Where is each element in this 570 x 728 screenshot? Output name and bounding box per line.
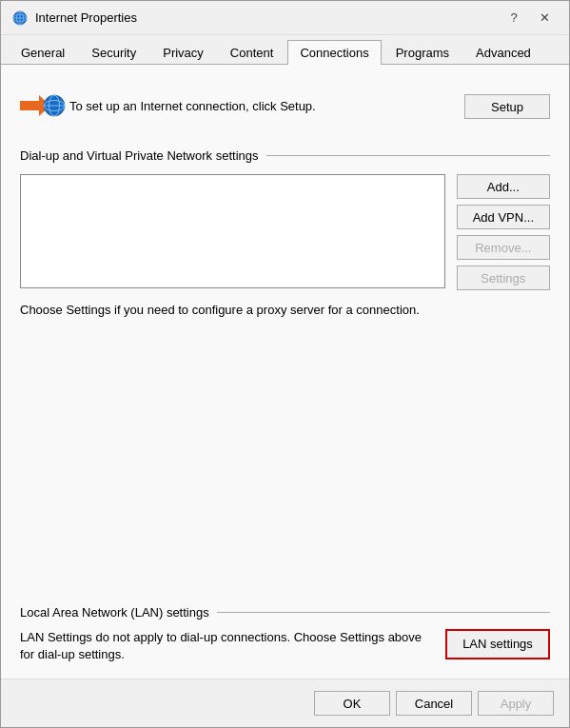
tab-advanced[interactable]: Advanced (463, 40, 543, 65)
tab-programs[interactable]: Programs (383, 40, 462, 65)
lan-description: LAN Settings do not apply to dial-up con… (20, 629, 434, 663)
dial-up-buttons: Add... Add VPN... Remove... Settings (457, 174, 550, 290)
lan-header: Local Area Network (LAN) settings (20, 605, 550, 620)
lan-settings-button[interactable]: LAN settings (445, 629, 550, 659)
dial-up-header: Dial-up and Virtual Private Network sett… (20, 148, 550, 163)
close-button[interactable]: ✕ (531, 8, 558, 29)
app-icon (12, 10, 28, 26)
add-vpn-button[interactable]: Add VPN... (457, 205, 550, 229)
remove-button[interactable]: Remove... (457, 235, 550, 260)
spacer (20, 330, 550, 581)
title-bar-controls: ? ✕ (501, 8, 558, 29)
settings-button[interactable]: Settings (457, 266, 550, 290)
title-bar-left: Internet Properties (12, 10, 137, 26)
setup-icon-area (20, 88, 58, 126)
window-title: Internet Properties (35, 10, 137, 25)
footer: OK Cancel Apply (1, 679, 569, 727)
dial-up-header-text: Dial-up and Virtual Private Network sett… (20, 148, 259, 163)
setup-icon (20, 88, 66, 124)
main-content: To set up an Internet connection, click … (1, 65, 569, 679)
tab-bar: General Security Privacy Content Connect… (1, 35, 569, 65)
help-button[interactable]: ? (501, 8, 527, 29)
apply-button[interactable]: Apply (478, 691, 554, 716)
lan-header-text: Local Area Network (LAN) settings (20, 605, 209, 620)
tab-connections[interactable]: Connections (287, 40, 381, 65)
tab-general[interactable]: General (9, 40, 77, 65)
setup-section: To set up an Internet connection, click … (20, 80, 550, 133)
tab-privacy[interactable]: Privacy (150, 40, 216, 65)
lan-area: LAN Settings do not apply to dial-up con… (20, 629, 550, 663)
dial-up-area: Add... Add VPN... Remove... Settings (20, 174, 550, 290)
add-button[interactable]: Add... (457, 174, 550, 199)
lan-section: Local Area Network (LAN) settings LAN Se… (20, 601, 550, 663)
proxy-text: Choose Settings if you need to configure… (20, 302, 550, 319)
title-bar: Internet Properties ? ✕ (1, 1, 569, 35)
setup-description: To set up an Internet connection, click … (69, 98, 453, 115)
setup-button[interactable]: Setup (464, 94, 550, 119)
tab-security[interactable]: Security (79, 40, 148, 65)
dial-up-listbox[interactable] (20, 174, 445, 288)
ok-button[interactable]: OK (314, 691, 390, 716)
tab-content[interactable]: Content (218, 40, 286, 65)
cancel-button[interactable]: Cancel (396, 691, 472, 716)
internet-properties-window: Internet Properties ? ✕ General Security… (0, 0, 570, 728)
